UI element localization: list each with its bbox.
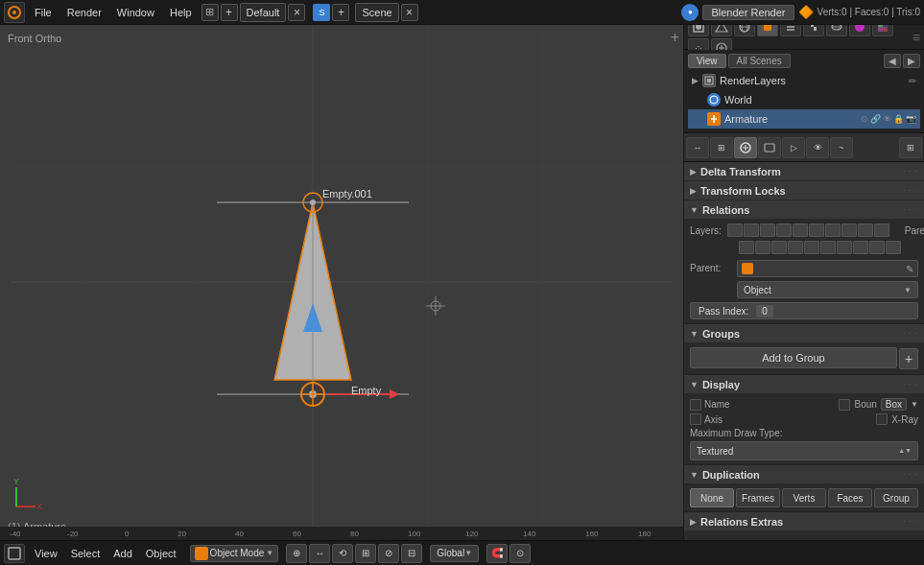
name-cb[interactable]: [690, 399, 701, 411]
layer-10[interactable]: [874, 224, 889, 237]
display-header[interactable]: ▼ Display · · ·: [684, 375, 924, 394]
box-arrow[interactable]: ▼: [911, 400, 918, 409]
layer-14[interactable]: [788, 241, 803, 254]
scene-add-button[interactable]: +: [332, 4, 349, 21]
mode-selector[interactable]: Object Mode ▼: [190, 545, 279, 562]
custom-props-icon[interactable]: ⊞: [710, 137, 733, 158]
object-menu-bottom[interactable]: Object: [140, 546, 182, 561]
render-layers-edit-icon[interactable]: ✏: [909, 76, 916, 86]
view-tab[interactable]: View: [688, 54, 726, 68]
prop-tab-modifiers[interactable]: [803, 25, 824, 36]
snap-icon[interactable]: 🧲: [486, 544, 508, 563]
workspace-add-button[interactable]: +: [221, 4, 238, 21]
transform-tool-2[interactable]: ↔: [309, 544, 330, 563]
dup-none-button[interactable]: None: [690, 488, 734, 507]
armature-icon1[interactable]: ⊙: [861, 114, 868, 124]
workspace-close-button[interactable]: ×: [288, 4, 305, 21]
name-checkbox[interactable]: Name: [690, 399, 730, 411]
box-val[interactable]: Box: [881, 398, 907, 411]
layer-15[interactable]: [804, 241, 819, 254]
transform-tool-1[interactable]: ⊕: [286, 544, 307, 563]
window-menu[interactable]: Window: [111, 5, 160, 20]
groups-header[interactable]: ▼ Groups · · ·: [684, 324, 924, 343]
axis-checkbox[interactable]: Axis: [690, 413, 723, 425]
vis-icon[interactable]: 👁: [806, 137, 829, 158]
boun-cb[interactable]: [839, 399, 850, 411]
dup-faces-button[interactable]: Faces: [828, 488, 872, 507]
blender-icon[interactable]: [4, 2, 25, 23]
layer-16[interactable]: [820, 241, 836, 254]
dup-verts-button[interactable]: Verts: [782, 488, 826, 507]
anim-icon[interactable]: ▷: [782, 137, 805, 158]
transform-tool-5[interactable]: ⊘: [378, 544, 399, 563]
duplication-header[interactable]: ▼ Duplication · · ·: [684, 465, 924, 484]
parent-input[interactable]: ✎: [737, 260, 918, 277]
xray-cb[interactable]: [876, 413, 888, 425]
engine-selector[interactable]: Blender Render: [702, 5, 794, 20]
scenes-arrow-left[interactable]: ◀: [884, 54, 901, 68]
delta-transform-header[interactable]: ▶ Delta Transform · · ·: [684, 162, 924, 181]
layer-5[interactable]: [793, 224, 808, 237]
layer-11[interactable]: [739, 241, 754, 254]
transform-tool-3[interactable]: ⟲: [332, 544, 353, 563]
view-menu-bottom[interactable]: View: [29, 546, 63, 561]
axis-cb[interactable]: [690, 413, 701, 425]
armature-render-icon[interactable]: 📷: [906, 114, 916, 124]
help-menu[interactable]: Help: [164, 5, 198, 20]
layer-12[interactable]: [755, 241, 770, 254]
prop-tab-world[interactable]: [734, 25, 755, 36]
proportional-icon[interactable]: ⊙: [509, 544, 531, 563]
add-to-group-button[interactable]: Add to Group: [690, 347, 897, 368]
armature-visible-icon[interactable]: 👁: [883, 114, 891, 124]
render-layers-row[interactable]: ▶ RenderLayers ✏: [688, 71, 920, 90]
select-menu-bottom[interactable]: Select: [65, 546, 107, 561]
grid-icon[interactable]: ⊞: [201, 4, 219, 21]
properties-scroll-area[interactable]: ▶ Delta Transform · · · ▶ Transform Lock…: [684, 162, 924, 540]
layer-1[interactable]: [727, 224, 743, 237]
dup-frames-button[interactable]: Frames: [736, 488, 780, 507]
prop-tab-textures[interactable]: [872, 25, 893, 36]
transform-locks-header[interactable]: ▶ Transform Locks · · ·: [684, 181, 924, 200]
relations-extras-header[interactable]: ▶ Relations Extras · · ·: [684, 512, 924, 531]
layer-2[interactable]: [744, 224, 759, 237]
armature-lock-icon[interactable]: 🔒: [893, 114, 904, 124]
layer-6[interactable]: [809, 224, 824, 237]
relations-icon[interactable]: [734, 137, 757, 158]
layer-3[interactable]: [760, 224, 775, 237]
add-menu-bottom[interactable]: Add: [107, 546, 138, 561]
transform-icon[interactable]: ↔: [686, 137, 709, 158]
scenes-arrow-right[interactable]: ▶: [903, 54, 920, 68]
scene-close-button[interactable]: ×: [401, 4, 418, 21]
custom-props-icon2[interactable]: ⊞: [899, 137, 922, 158]
layer-20[interactable]: [886, 241, 901, 254]
armature-icon2[interactable]: 🔗: [870, 114, 881, 124]
display-icon[interactable]: [758, 137, 781, 158]
render-menu[interactable]: Render: [61, 5, 107, 20]
layer-8[interactable]: [841, 224, 857, 237]
motion-paths-icon[interactable]: ~: [830, 137, 853, 158]
global-selector[interactable]: Global ▼: [430, 545, 479, 562]
dup-group-button[interactable]: Group: [874, 488, 918, 507]
prop-tab-data[interactable]: [826, 25, 847, 36]
viewport-3d[interactable]: Front Ortho +: [0, 25, 684, 540]
parent-picker-icon[interactable]: ✎: [906, 264, 913, 274]
prop-tab-scene[interactable]: [711, 25, 732, 36]
prop-tab-object[interactable]: [757, 25, 778, 36]
viewport-icon[interactable]: [4, 544, 25, 563]
layer-18[interactable]: [853, 241, 868, 254]
pass-index-button[interactable]: Pass Index: 0: [690, 302, 918, 319]
layer-17[interactable]: [837, 241, 852, 254]
scenes-all-tab[interactable]: All Scenes: [728, 54, 791, 68]
transform-tool-4[interactable]: ⊞: [355, 544, 376, 563]
layer-19[interactable]: [869, 241, 885, 254]
prop-tab-materials[interactable]: [849, 25, 870, 36]
file-menu[interactable]: File: [29, 5, 58, 20]
prop-tab-constraints[interactable]: [780, 25, 801, 36]
layer-7[interactable]: [825, 224, 841, 237]
object-type-select[interactable]: Object ▼: [737, 281, 918, 298]
transform-tool-6[interactable]: ⊟: [401, 544, 422, 563]
layer-9[interactable]: [858, 224, 873, 237]
layer-4[interactable]: [776, 224, 792, 237]
layer-13[interactable]: [771, 241, 787, 254]
add-group-plus-button[interactable]: +: [899, 348, 918, 369]
